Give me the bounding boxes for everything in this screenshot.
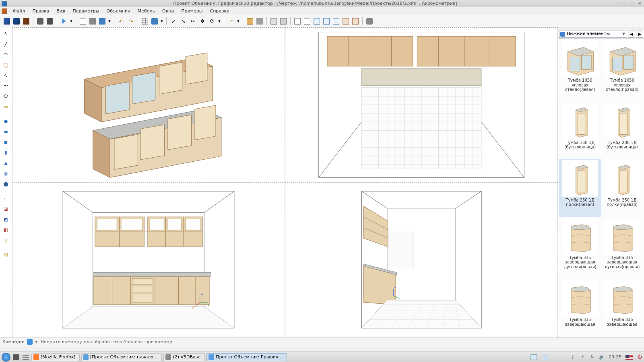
tb-pan[interactable]: ↔ — [188, 17, 197, 26]
lt-ext[interactable]: ▯ — [2, 236, 10, 245]
lt-safe[interactable]: ▤ — [2, 250, 10, 259]
viewport-front[interactable]: z y x — [12, 182, 285, 337]
menu-obemnik[interactable]: Объемник — [103, 8, 133, 14]
tb-house[interactable] — [255, 17, 264, 26]
library-item[interactable]: Тумба 335 завершающая дуговая(левая) — [559, 217, 601, 279]
lt-rect[interactable]: ▭ — [2, 102, 10, 111]
menu-examples[interactable]: Примеры — [178, 8, 206, 14]
menu-params[interactable]: Параметры — [70, 8, 103, 14]
library-item[interactable]: Тумба 250 1Д полки(правая) — [601, 159, 644, 217]
library-item[interactable]: Тумба 335 завершающая — [559, 279, 601, 336]
tray-volume-icon[interactable]: 🔊 — [599, 354, 605, 360]
tb-render2[interactable] — [45, 17, 54, 26]
tb-list6[interactable] — [341, 17, 350, 26]
tb-measure[interactable]: ↗ — [227, 17, 235, 26]
library-item[interactable]: Тумба 250 1Д полки(левая) — [559, 159, 601, 217]
library-item[interactable]: Тумба 150 1Д (бутылочница) — [559, 102, 601, 159]
tray-clock[interactable]: 09:25 — [609, 354, 621, 360]
lt-torus[interactable]: ◍ — [2, 169, 10, 178]
lt-curve[interactable]: 〜 — [2, 81, 10, 90]
viewport-axon[interactable] — [12, 27, 285, 182]
lt-box[interactable]: ◼ — [2, 138, 10, 146]
tb-fit[interactable]: ⤢ — [169, 17, 178, 26]
tb-new[interactable] — [78, 17, 87, 26]
lt-arc[interactable]: ◠ — [2, 50, 10, 59]
lt-ellipsoid[interactable]: ⬬ — [2, 127, 10, 136]
maximize-button[interactable]: ⬚ — [629, 1, 634, 6]
tray-network-icon[interactable]: ⇅ — [589, 354, 595, 360]
menu-file[interactable]: Файл — [10, 8, 28, 14]
tb-camera[interactable] — [365, 17, 374, 26]
tb-cube3[interactable] — [22, 17, 31, 26]
library-prev[interactable]: ◀ — [628, 31, 635, 38]
tb-rotate[interactable]: ⟳ — [208, 17, 217, 26]
start-button[interactable] — [2, 353, 10, 362]
tray-workspaces[interactable] — [542, 353, 550, 361]
menu-furniture[interactable]: Мебель — [134, 8, 158, 14]
launcher-files[interactable] — [12, 353, 20, 361]
lt-poly[interactable]: ⬠ — [2, 92, 10, 101]
lt-union[interactable]: ◪ — [2, 204, 10, 213]
tray-keyboard-layout[interactable] — [625, 355, 633, 360]
tb-views2[interactable] — [150, 17, 159, 26]
library-item[interactable]: Тумба 335 завершающая дуговая(правая) — [601, 217, 644, 279]
app-menu-icon[interactable] — [2, 8, 7, 14]
tb-render1[interactable] — [36, 17, 45, 26]
tb-move[interactable]: ✥ — [198, 17, 207, 26]
tb-cube1[interactable] — [2, 17, 11, 26]
tb-calendar[interactable] — [246, 17, 254, 26]
tb-list7[interactable] — [351, 17, 360, 26]
viewport-side[interactable]: z — [285, 182, 558, 337]
command-icon[interactable] — [27, 339, 33, 345]
tb-doc2[interactable] — [279, 17, 288, 26]
horizontal-scrollbar[interactable] — [0, 346, 644, 352]
tb-save-drop[interactable]: ▾ — [107, 17, 111, 26]
lt-cyl[interactable]: ▮ — [2, 148, 10, 157]
tb-doc1[interactable] — [269, 17, 278, 26]
menu-edit[interactable]: Правка — [29, 8, 52, 14]
tb-views[interactable] — [140, 17, 149, 26]
lt-pointer[interactable]: ↖ — [2, 29, 10, 38]
tb-cube2[interactable] — [12, 17, 21, 26]
library-item[interactable]: Тумба 1050 угловая стекло(левая) — [559, 39, 601, 102]
menu-help[interactable]: Справка — [206, 8, 232, 14]
close-button[interactable]: ✕ — [637, 1, 642, 6]
tb-list1[interactable] — [293, 17, 302, 26]
menu-windows[interactable]: Окна — [159, 8, 177, 14]
tb-play-drop[interactable]: ▾ — [69, 17, 73, 26]
lt-inter[interactable]: ◧ — [2, 225, 10, 234]
tb-list5[interactable] — [332, 17, 341, 26]
taskbar-task[interactable]: [Mozilla Firefox] — [31, 353, 80, 361]
tb-save[interactable] — [98, 17, 107, 26]
lt-spline[interactable]: ∿ — [2, 71, 10, 80]
tray-power-icon[interactable]: ⚡ — [580, 354, 585, 360]
viewport-top[interactable] — [285, 27, 558, 182]
tb-measure-drop[interactable]: ▾ — [236, 17, 240, 26]
lt-edge[interactable]: ⌐ — [2, 194, 10, 203]
command-drop[interactable]: ▼ — [35, 340, 38, 344]
lt-sub[interactable]: ◩ — [2, 215, 10, 224]
library-item[interactable]: Тумба 200 1Д (бутылочница) — [601, 102, 644, 159]
tb-list3[interactable] — [312, 17, 321, 26]
tray-logout-icon[interactable]: ⏻ — [637, 354, 642, 360]
tb-zoomwin[interactable]: ⤡ — [179, 17, 188, 26]
taskbar-task[interactable]: Проект Объемник: Графич... — [206, 353, 287, 361]
tb-list4[interactable] — [322, 17, 331, 26]
minimize-button[interactable]: — — [621, 1, 626, 6]
taskbar-task[interactable]: (2) V3DBase — [163, 353, 205, 361]
tray-show-desktop[interactable] — [530, 353, 538, 361]
tb-list2[interactable] — [303, 17, 312, 26]
tb-undo[interactable]: ↶ — [117, 17, 126, 26]
lt-ball[interactable]: ⬤ — [2, 179, 10, 188]
launcher-grid[interactable] — [22, 353, 30, 361]
lt-line[interactable]: ╱ — [2, 39, 10, 48]
library-category-select[interactable]: Нижние элементы ▼ — [559, 31, 627, 38]
lt-circle[interactable]: ◯ — [2, 60, 10, 69]
tb-print[interactable] — [88, 17, 97, 26]
taskbar-task[interactable]: [Проект Объемник: начало... — [81, 353, 162, 361]
tray-bluetooth-icon[interactable]: ᛒ — [570, 354, 576, 360]
tb-redo[interactable]: ↷ — [126, 17, 135, 26]
library-next[interactable]: ▶ — [636, 31, 643, 38]
lt-sphere[interactable]: ● — [2, 117, 10, 125]
tb-rotate-drop[interactable]: ▾ — [217, 17, 221, 26]
